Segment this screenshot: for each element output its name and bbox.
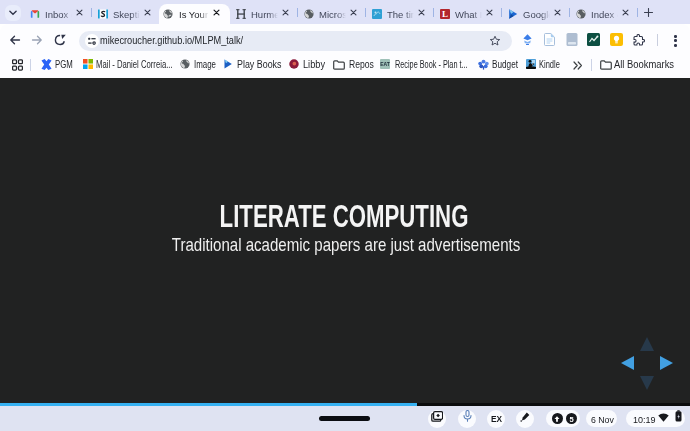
svg-text:L: L: [442, 9, 448, 19]
svg-text:EAT: EAT: [380, 61, 390, 67]
